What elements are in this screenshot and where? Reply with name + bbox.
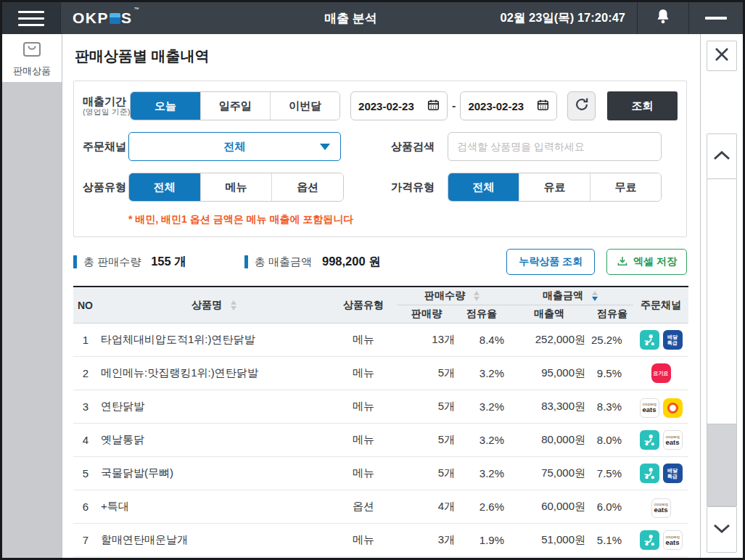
table-row[interactable]: 4 옛날통닭 메뉴 5개 3.2% 80,000원 8.0% coupangea… (73, 424, 688, 457)
col-subheader-quantity-share[interactable]: 점유율 (456, 305, 507, 324)
calendar-icon (427, 99, 440, 113)
query-button[interactable]: 조회 (607, 91, 678, 120)
excel-save-label: 엑셀 저장 (633, 255, 677, 268)
excel-save-button[interactable]: 엑셀 저장 (606, 249, 687, 275)
period-month-button[interactable]: 이번달 (270, 92, 339, 120)
coupang-eats-icon: coupangeats (663, 530, 683, 550)
product-type-option-button[interactable]: 옵션 (271, 173, 343, 201)
col-header-order-channel: 주문채널 (633, 287, 688, 324)
col-subheader-amount-share[interactable]: 점유율 (591, 305, 633, 324)
baemin-icon (640, 464, 659, 483)
period-today-button[interactable]: 오늘 (131, 92, 199, 120)
scroll-down-button[interactable] (707, 506, 737, 553)
total-amount-label: 총 매출금액 (255, 255, 312, 269)
scroll-up-button[interactable] (707, 133, 737, 178)
logo-text-right: S (121, 9, 133, 27)
period-label: 매출기간 (영업일 기준) (83, 95, 130, 117)
col-subheader-quantity[interactable]: 판매량 (397, 305, 456, 324)
col-subheader-amount[interactable]: 매출액 (507, 305, 591, 324)
date-from-picker[interactable]: 2023-02-23 (350, 91, 448, 120)
table-row[interactable]: 2 메인메뉴:맛집랭킹1위:)연탄닭발 메뉴 5개 3.2% 95,000원 9… (73, 357, 688, 390)
date-to-value: 2023-02-23 (468, 100, 524, 112)
product-search-input[interactable] (448, 132, 662, 161)
scrollbar-track[interactable] (707, 178, 737, 506)
total-quantity-label: 총 판매수량 (83, 255, 141, 269)
baedal-teukgeup-icon: 배달특급 (663, 464, 683, 483)
sort-arrows-icon[interactable] (231, 300, 236, 310)
logo-tm: ™ (134, 7, 141, 12)
baemin-icon (640, 530, 659, 550)
bell-icon (655, 8, 671, 28)
summary-bar: 총 판매수량 155 개 총 매출금액 998,200 원 누락상품 조회 엑셀… (73, 248, 687, 276)
baemin-notice-text: * 배민, 배민1 옵션 금액은 메뉴 매출에 포함됩니다 (128, 213, 678, 226)
hamburger-menu-icon[interactable] (2, 2, 61, 34)
main-content: 판매상품별 매출내역 매출기간 (영업일 기준) 오늘 일주일 이번달 2023 (62, 34, 700, 558)
page-title: 판매상품별 매출내역 (75, 46, 687, 66)
sort-arrows-active-icon[interactable] (592, 291, 598, 301)
period-segmented-control: 오늘 일주일 이번달 (130, 91, 340, 120)
sort-arrows-icon[interactable] (474, 291, 479, 301)
missing-products-button[interactable]: 누락상품 조회 (506, 249, 595, 275)
baemin-icon (640, 330, 659, 350)
top-bar: OKPS™ 매출 분석 02월 23일(목) 17:20:47 (2, 2, 743, 34)
refresh-button[interactable] (567, 91, 596, 120)
datetime-display: 02월 23일(목) 17:20:47 (489, 2, 637, 34)
col-header-sales-quantity-group[interactable]: 판매수량 (397, 287, 507, 305)
blue-bar-icon (73, 255, 77, 268)
scrollbar-thumb[interactable] (707, 179, 736, 424)
col-header-no: NO (73, 287, 98, 324)
chevron-up-icon (713, 150, 730, 163)
total-quantity-group: 총 판매수량 155 개 (73, 254, 186, 270)
col-header-product-name[interactable]: 상품명 (98, 287, 330, 324)
blue-bar-icon (244, 255, 248, 268)
product-search-label: 상품검색 (391, 140, 448, 152)
baedal-teukgeup-icon: 배달특급 (663, 330, 683, 350)
order-channel-value: 전체 (224, 140, 246, 154)
close-button[interactable] (707, 41, 737, 71)
col-header-sales-amount-group[interactable]: 매출금액 (507, 287, 633, 305)
filter-panel: 매출기간 (영업일 기준) 오늘 일주일 이번달 2023-02-23 (73, 81, 687, 237)
price-type-paid-button[interactable]: 유료 (519, 173, 590, 201)
price-type-all-button[interactable]: 전체 (448, 173, 519, 201)
date-to-picker[interactable]: 2023-02-23 (460, 91, 557, 120)
table-row[interactable]: 6 +특대 옵션 4개 2.6% 60,000원 6.0% coupangeat… (73, 490, 688, 524)
yogiyo-icon: 요기요 (651, 363, 671, 383)
chevron-down-icon (713, 523, 730, 536)
coupang-eats-icon: coupangeats (663, 430, 683, 450)
product-type-all-button[interactable]: 전체 (129, 173, 200, 201)
okpos-logo: OKPS™ (73, 2, 140, 34)
price-type-segmented-control: 전체 유료 무료 (448, 173, 662, 202)
shopping-bag-icon (21, 38, 43, 62)
table-row[interactable]: 3 연탄닭발 메뉴 5개 3.2% 83,300원 8.3% coupangea… (73, 390, 688, 424)
col-header-product-type[interactable]: 상품유형 (330, 287, 397, 324)
product-type-label: 상품유형 (83, 181, 128, 193)
date-from-value: 2023-02-23 (358, 100, 414, 112)
minimize-icon (705, 17, 727, 20)
price-type-free-button[interactable]: 무료 (590, 173, 661, 201)
coupang-eats-icon: coupangeats (651, 498, 671, 518)
product-type-menu-button[interactable]: 메뉴 (200, 173, 272, 201)
price-type-label: 가격유형 (391, 181, 448, 193)
table-row[interactable]: 5 국물닭발(무뼈) 메뉴 5개 3.2% 75,000원 7.5% 배달특급 (73, 457, 688, 490)
sidebar-item-label: 판매상품 (13, 65, 51, 78)
calendar-icon (537, 99, 549, 113)
table-row[interactable]: 1 타업체대비압도적1위:)연탄닭발 메뉴 13개 8.4% 252,000원 … (73, 324, 688, 357)
notification-bell-button[interactable] (638, 2, 688, 34)
logo-cube-icon (110, 13, 120, 24)
total-quantity-value: 155 개 (151, 254, 186, 270)
left-sidebar: 판매상품 (2, 34, 62, 558)
sidebar-item-sale-products[interactable]: 판매상품 (2, 34, 62, 82)
period-week-button[interactable]: 일주일 (200, 92, 270, 120)
logo-text-left: OKP (73, 9, 109, 27)
date-range-separator: - (452, 99, 456, 112)
channel-label: 주문채널 (83, 140, 128, 152)
order-channel-dropdown[interactable]: 전체 (128, 132, 341, 161)
total-amount-group: 총 매출금액 998,200 원 (244, 254, 381, 270)
table-row[interactable]: 7 할매연탄매운날개 메뉴 3개 1.9% 51,000원 5.1% coupa… (73, 524, 688, 557)
total-amount-value: 998,200 원 (322, 254, 381, 270)
minimize-button[interactable] (689, 2, 743, 34)
chevron-down-icon (320, 144, 330, 150)
download-icon (617, 255, 628, 269)
app-window: OKPS™ 매출 분석 02월 23일(목) 17:20:47 (0, 0, 745, 560)
table-row-partial[interactable] (73, 557, 688, 559)
